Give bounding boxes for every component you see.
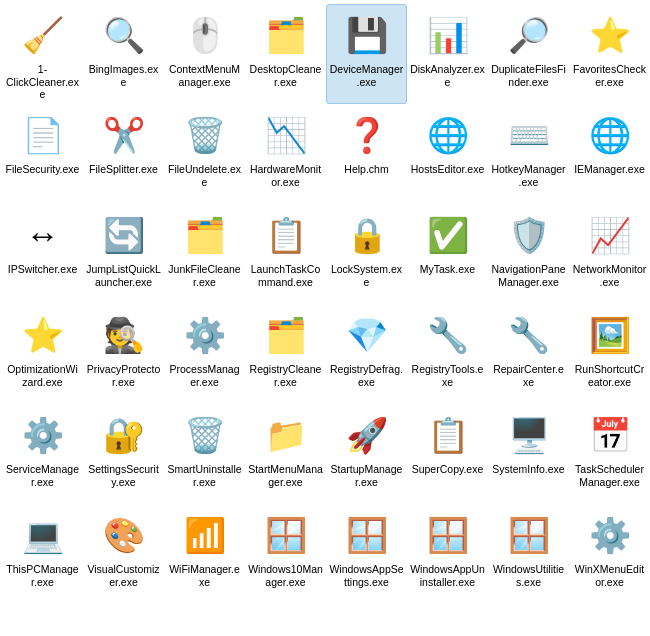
icon-label-hotkeymanager: HotkeyManager.exe: [491, 163, 566, 188]
icon-item-systeminfo[interactable]: 🖥️SystemInfo.exe: [488, 404, 569, 504]
icon-item-helpchm[interactable]: ❓Help.chm: [326, 104, 407, 204]
icon-item-devicemanager[interactable]: 💾DeviceManager.exe: [326, 4, 407, 104]
icon-item-windows10manager[interactable]: 🪟Windows10Manager.exe: [245, 504, 326, 604]
icon-item-fileundelete[interactable]: 🗑️FileUndelete.exe: [164, 104, 245, 204]
icon-item-taskscheduler[interactable]: 📅TaskSchedulerManager.exe: [569, 404, 650, 504]
icon-item-winxmenueditor[interactable]: ⚙️WinXMenuEditor.exe: [569, 504, 650, 604]
icon-item-supercopy[interactable]: 📋SuperCopy.exe: [407, 404, 488, 504]
icon-label-privacyprotector: PrivacyProtector.exe: [86, 363, 161, 388]
icon-grid: 🧹1-ClickCleaner.exe🔍BingImages.exe🖱️Cont…: [0, 0, 650, 608]
icon-item-visualcustomizer[interactable]: 🎨VisualCustomizer.exe: [83, 504, 164, 604]
icon-image-optimizationwizard: ⭐: [19, 311, 67, 359]
icon-item-runshortcut[interactable]: 🖼️RunShortcutCreator.exe: [569, 304, 650, 404]
icon-image-settingssecurity: 🔐: [100, 411, 148, 459]
icon-item-filesecurity[interactable]: 📄FileSecurity.exe: [2, 104, 83, 204]
icon-item-locksystem[interactable]: 🔒LockSystem.exe: [326, 204, 407, 304]
icon-item-startmenumanager[interactable]: 📁StartMenuManager.exe: [245, 404, 326, 504]
icon-item-ipswitcher[interactable]: ↔️IPSwitcher.exe: [2, 204, 83, 304]
icon-image-visualcustomizer: 🎨: [100, 511, 148, 559]
icon-label-contextmenu: ContextMenuManager.exe: [167, 63, 242, 88]
icon-image-windowsutilities: 🪟: [505, 511, 553, 559]
icon-label-jumplist: JumpListQuickLauncher.exe: [86, 263, 161, 288]
icon-item-startupmanager[interactable]: 🚀StartupManager.exe: [326, 404, 407, 504]
icon-label-desktopcleaner: DesktopCleaner.exe: [248, 63, 323, 88]
icon-image-filesecurity: 📄: [19, 111, 67, 159]
icon-image-winxmenueditor: ⚙️: [586, 511, 634, 559]
icon-item-navpane[interactable]: 🛡️NavigationPaneManager.exe: [488, 204, 569, 304]
icon-item-bingimages[interactable]: 🔍BingImages.exe: [83, 4, 164, 104]
icon-item-servicemanager[interactable]: ⚙️ServiceManager.exe: [2, 404, 83, 504]
icon-item-windowsappsettings[interactable]: 🪟WindowsAppSettings.exe: [326, 504, 407, 604]
icon-label-filesplitter: FileSplitter.exe: [89, 163, 158, 176]
icon-image-registrycleaner: 🗂️: [262, 311, 310, 359]
icon-image-desktopcleaner: 🗂️: [262, 11, 310, 59]
icon-image-helpchm: ❓: [343, 111, 391, 159]
icon-item-settingssecurity[interactable]: 🔐SettingsSecurity.exe: [83, 404, 164, 504]
icon-image-servicemanager: ⚙️: [19, 411, 67, 459]
icon-item-filesplitter[interactable]: ✂️FileSplitter.exe: [83, 104, 164, 204]
icon-label-thispcmanager: ThisPCManager.exe: [5, 563, 80, 588]
icon-item-wifimanager[interactable]: 📶WiFiManager.exe: [164, 504, 245, 604]
icon-image-registrydefrag: 💎: [343, 311, 391, 359]
icon-label-windows10manager: Windows10Manager.exe: [248, 563, 323, 588]
icon-item-optimizationwizard[interactable]: ⭐OptimizationWizard.exe: [2, 304, 83, 404]
icon-label-mytask: MyTask.exe: [420, 263, 475, 276]
icon-image-startupmanager: 🚀: [343, 411, 391, 459]
icon-item-thispcmanager[interactable]: 💻ThisPCManager.exe: [2, 504, 83, 604]
icon-label-helpchm: Help.chm: [344, 163, 388, 176]
icon-image-duplicatefile: 🔎: [505, 11, 553, 59]
icon-image-hotkeymanager: ⌨️: [505, 111, 553, 159]
icon-label-navpane: NavigationPaneManager.exe: [491, 263, 566, 288]
icon-item-hardwaremonitor[interactable]: 📉HardwareMonitor.exe: [245, 104, 326, 204]
icon-image-hostseditor: 🌐: [424, 111, 472, 159]
icon-label-registrydefrag: RegistryDefrag.exe: [329, 363, 404, 388]
icon-label-launchtask: LaunchTaskCommand.exe: [248, 263, 323, 288]
icon-item-registrycleaner[interactable]: 🗂️RegistryCleaner.exe: [245, 304, 326, 404]
icon-item-desktopcleaner[interactable]: 🗂️DesktopCleaner.exe: [245, 4, 326, 104]
icon-item-1clickcleaner[interactable]: 🧹1-ClickCleaner.exe: [2, 4, 83, 104]
icon-label-iemanager: IEManager.exe: [574, 163, 645, 176]
icon-item-launchtask[interactable]: 📋LaunchTaskCommand.exe: [245, 204, 326, 304]
icon-label-smartuninstaller: SmartUninstaller.exe: [167, 463, 242, 488]
icon-image-bingimages: 🔍: [100, 11, 148, 59]
icon-label-systeminfo: SystemInfo.exe: [492, 463, 564, 476]
icon-item-windowsappuninstaller[interactable]: 🪟WindowsAppUninstaller.exe: [407, 504, 488, 604]
icon-image-windowsappsettings: 🪟: [343, 511, 391, 559]
icon-item-windowsutilities[interactable]: 🪟WindowsUtilities.exe: [488, 504, 569, 604]
icon-label-wifimanager: WiFiManager.exe: [167, 563, 242, 588]
icon-image-systeminfo: 🖥️: [505, 411, 553, 459]
icon-label-devicemanager: DeviceManager.exe: [329, 63, 404, 88]
icon-label-filesecurity: FileSecurity.exe: [6, 163, 80, 176]
icon-image-supercopy: 📋: [424, 411, 472, 459]
icon-item-mytask[interactable]: ✅MyTask.exe: [407, 204, 488, 304]
icon-item-hotkeymanager[interactable]: ⌨️HotkeyManager.exe: [488, 104, 569, 204]
icon-item-registrydefrag[interactable]: 💎RegistryDefrag.exe: [326, 304, 407, 404]
icon-item-duplicatefile[interactable]: 🔎DuplicateFilesFinder.exe: [488, 4, 569, 104]
icon-item-junkfile[interactable]: 🗂️JunkFileCleaner.exe: [164, 204, 245, 304]
icon-label-duplicatefile: DuplicateFilesFinder.exe: [491, 63, 566, 88]
icon-image-mytask: ✅: [424, 211, 472, 259]
icon-item-contextmenu[interactable]: 🖱️ContextMenuManager.exe: [164, 4, 245, 104]
icon-label-1clickcleaner: 1-ClickCleaner.exe: [5, 63, 80, 101]
icon-item-repaircenter[interactable]: 🔧RepairCenter.exe: [488, 304, 569, 404]
icon-item-hostseditor[interactable]: 🌐HostsEditor.exe: [407, 104, 488, 204]
icon-item-networkmonitor[interactable]: 📈NetworkMonitor.exe: [569, 204, 650, 304]
icon-label-locksystem: LockSystem.exe: [329, 263, 404, 288]
icon-image-windows10manager: 🪟: [262, 511, 310, 559]
icon-item-smartuninstaller[interactable]: 🗑️SmartUninstaller.exe: [164, 404, 245, 504]
icon-item-jumplist[interactable]: 🔄JumpListQuickLauncher.exe: [83, 204, 164, 304]
icon-label-startmenumanager: StartMenuManager.exe: [248, 463, 323, 488]
icon-item-diskanalyzer[interactable]: 📊DiskAnalyzer.exe: [407, 4, 488, 104]
icon-item-registrytools[interactable]: 🔧RegistryTools.exe: [407, 304, 488, 404]
icon-image-locksystem: 🔒: [343, 211, 391, 259]
icon-label-servicemanager: ServiceManager.exe: [5, 463, 80, 488]
icon-item-privacyprotector[interactable]: 🕵️PrivacyProtector.exe: [83, 304, 164, 404]
icon-image-devicemanager: 💾: [343, 11, 391, 59]
icon-image-contextmenu: 🖱️: [181, 11, 229, 59]
icon-item-processmanager[interactable]: ⚙️ProcessManager.exe: [164, 304, 245, 404]
icon-label-ipswitcher: IPSwitcher.exe: [8, 263, 77, 276]
icon-item-favoriteschecker[interactable]: ⭐FavoritesChecker.exe: [569, 4, 650, 104]
icon-label-junkfile: JunkFileCleaner.exe: [167, 263, 242, 288]
icon-item-iemanager[interactable]: 🌐IEManager.exe: [569, 104, 650, 204]
icon-image-privacyprotector: 🕵️: [100, 311, 148, 359]
